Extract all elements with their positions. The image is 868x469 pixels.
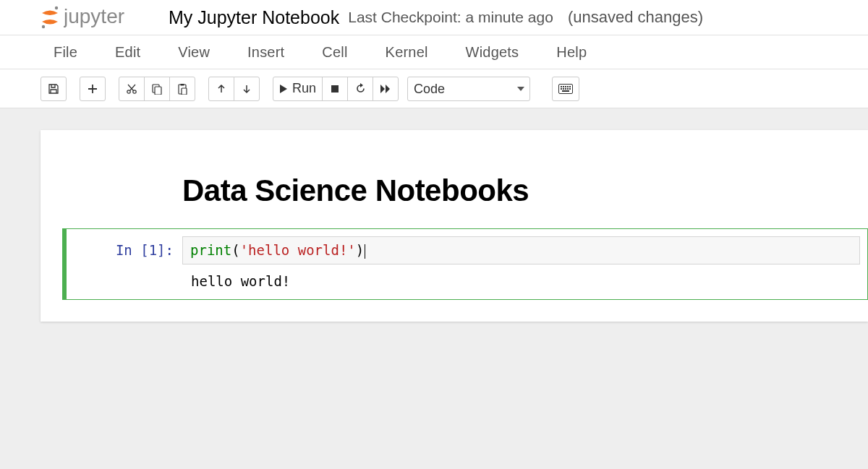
toolbar: Run Code — [0, 69, 868, 108]
code-token-string: 'hello world!' — [240, 242, 356, 258]
svg-rect-17 — [561, 88, 562, 90]
svg-rect-8 — [181, 84, 184, 86]
svg-rect-20 — [567, 88, 569, 90]
menu-help[interactable]: Help — [549, 38, 594, 66]
output-row: . hello world! — [67, 264, 867, 289]
arrow-up-icon — [216, 84, 226, 94]
code-input[interactable]: print('hello world!') — [182, 236, 860, 264]
notebook-area: Data Science Notebooks In [1]: print('he… — [0, 108, 868, 469]
input-prompt: In [1]: — [67, 236, 182, 258]
code-cell[interactable]: In [1]: print('hello world!') . hello wo… — [62, 228, 868, 300]
cell-type-wrap: Code — [407, 77, 530, 101]
plus-icon — [88, 84, 98, 94]
unsaved-text: (unsaved changes) — [568, 8, 703, 27]
edit-group — [119, 77, 195, 101]
run-label: Run — [292, 81, 316, 96]
save-icon — [48, 83, 59, 95]
interrupt-button[interactable] — [322, 77, 348, 101]
menu-insert[interactable]: Insert — [240, 38, 292, 66]
move-down-button[interactable] — [234, 77, 260, 101]
svg-rect-12 — [561, 86, 562, 87]
stop-icon — [331, 85, 339, 93]
copy-icon — [151, 83, 163, 95]
restart-run-all-button[interactable] — [373, 77, 399, 101]
cursor-icon — [365, 244, 365, 259]
svg-rect-18 — [563, 88, 564, 90]
svg-point-1 — [42, 25, 45, 28]
code-token-builtin: print — [190, 242, 231, 258]
keyboard-icon — [558, 84, 573, 94]
menu-file[interactable]: File — [46, 38, 85, 66]
code-token-paren-open: ( — [231, 242, 239, 258]
svg-rect-22 — [562, 90, 569, 92]
insert-cell-button[interactable] — [80, 77, 106, 101]
svg-rect-15 — [567, 86, 569, 87]
menu-kernel[interactable]: Kernel — [378, 38, 435, 66]
svg-rect-19 — [565, 88, 566, 90]
copy-button[interactable] — [144, 77, 170, 101]
checkpoint-text: Last Checkpoint: a minute ago — [348, 9, 553, 26]
paste-icon — [176, 83, 188, 95]
notebook-title[interactable]: My Jupyter Notebook — [169, 7, 339, 28]
svg-rect-9 — [182, 88, 187, 95]
command-palette-button[interactable] — [552, 77, 579, 101]
arrow-down-icon — [242, 84, 252, 94]
svg-rect-14 — [565, 86, 566, 87]
paste-button[interactable] — [169, 77, 195, 101]
svg-rect-13 — [563, 86, 564, 87]
move-up-button[interactable] — [208, 77, 234, 101]
menu-widgets[interactable]: Widgets — [459, 38, 527, 66]
restart-button[interactable] — [347, 77, 373, 101]
svg-rect-10 — [331, 85, 339, 92]
svg-text:jupyter: jupyter — [64, 7, 124, 27]
svg-rect-21 — [569, 88, 571, 90]
svg-rect-6 — [155, 87, 161, 95]
menu-cell[interactable]: Cell — [315, 38, 354, 66]
menu-edit[interactable]: Edit — [108, 38, 148, 66]
output-prompt-spacer: . — [67, 264, 182, 286]
move-group — [208, 77, 260, 101]
svg-rect-16 — [569, 86, 571, 87]
cut-button[interactable] — [119, 77, 145, 101]
code-token-paren-close: ) — [356, 242, 364, 258]
play-icon — [279, 84, 288, 94]
markdown-heading[interactable]: Data Science Notebooks — [41, 173, 868, 228]
run-group: Run — [273, 77, 399, 101]
menubar: File Edit View Insert Cell Kernel Widget… — [0, 35, 868, 69]
svg-point-0 — [55, 7, 58, 9]
fast-forward-icon — [380, 84, 391, 94]
notebook-header: jupyter My Jupyter Notebook Last Checkpo… — [0, 0, 868, 35]
run-button[interactable]: Run — [273, 77, 323, 101]
cut-icon — [126, 83, 137, 95]
notebook-container: Data Science Notebooks In [1]: print('he… — [41, 130, 868, 322]
save-button[interactable] — [41, 77, 67, 101]
cell-type-select[interactable]: Code — [407, 77, 530, 101]
jupyter-wordmark-icon: jupyter — [64, 7, 154, 28]
cell-output: hello world! — [182, 264, 867, 289]
menu-view[interactable]: View — [171, 38, 217, 66]
input-row: In [1]: print('hello world!') — [67, 236, 867, 264]
jupyter-logo[interactable]: jupyter — [41, 6, 154, 29]
restart-icon — [355, 83, 366, 94]
jupyter-logo-icon — [41, 6, 59, 29]
